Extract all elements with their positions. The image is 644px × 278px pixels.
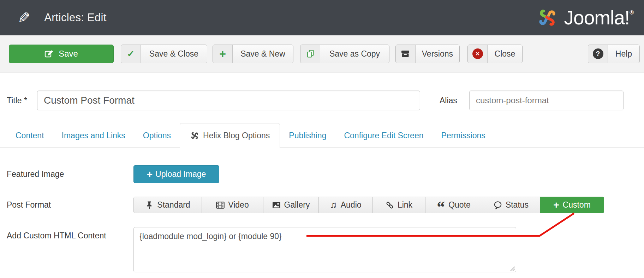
save-and-close-button[interactable]: ✓ Save & Close (121, 45, 207, 63)
title-input[interactable] (37, 91, 420, 110)
close-label: Close (488, 45, 522, 63)
tab-permissions[interactable]: Permissions (432, 123, 494, 148)
plus-icon: + (147, 169, 153, 179)
versions-button[interactable]: Versions (395, 45, 460, 63)
help-label: Help (608, 45, 639, 63)
save-and-new-label: Save & New (233, 45, 293, 63)
plus-icon: + (213, 45, 233, 63)
alias-input[interactable] (469, 91, 624, 110)
pencil-square-icon (44, 49, 54, 58)
film-icon (216, 202, 225, 209)
custom-html-label: Add Custom HTML Content (7, 231, 106, 241)
joomla-wordmark: Joomla!® (564, 6, 633, 29)
tab-publishing[interactable]: Publishing (280, 123, 335, 148)
help-button[interactable]: ? Help (588, 45, 640, 63)
joomla-knot-icon (536, 6, 559, 29)
post-format-quote-button[interactable]: “ Quote (425, 197, 482, 213)
versions-label: Versions (416, 45, 459, 63)
article-edit-form: Title * Alias Content Images and Links O… (0, 73, 644, 278)
post-format-group: Standard Video Gallery ♫ Audio (133, 197, 604, 213)
plus-icon: + (553, 200, 559, 210)
registered-mark: ® (630, 10, 633, 16)
post-format-audio-button[interactable]: ♫ Audio (318, 197, 373, 213)
upload-image-label: Upload Image (155, 169, 206, 179)
save-label: Save (59, 49, 78, 59)
alias-label: Alias (440, 91, 457, 110)
upload-image-button[interactable]: + Upload Image (133, 165, 219, 183)
post-format-label: Post Format (7, 197, 51, 213)
save-and-close-label: Save & Close (141, 45, 207, 63)
save-as-copy-label: Save as Copy (320, 45, 389, 63)
save-as-copy-button[interactable]: Save as Copy (300, 45, 389, 63)
check-icon: ✓ (121, 45, 141, 63)
save-and-new-button[interactable]: + Save & New (213, 45, 293, 63)
pushpin-icon (145, 201, 154, 209)
tab-content[interactable]: Content (7, 123, 53, 148)
tab-configure-edit-screen[interactable]: Configure Edit Screen (335, 123, 432, 148)
title-label: Title * (7, 91, 27, 110)
chain-link-icon (386, 201, 394, 209)
post-format-custom-button[interactable]: + Custom (540, 197, 604, 213)
post-format-gallery-button[interactable]: Gallery (263, 197, 319, 213)
custom-html-textarea[interactable]: {loadmodule mod_login} or {module 90} (133, 227, 516, 272)
post-format-video-button[interactable]: Video (202, 197, 263, 213)
page-title: Articles: Edit (44, 11, 106, 24)
joomla-logo: Joomla!® (536, 6, 633, 29)
toolbar: Save ✓ Save & Close + Save & New Save as… (0, 35, 644, 73)
archive-icon (396, 45, 416, 63)
cancel-circle-icon: × (468, 45, 488, 63)
post-format-status-button[interactable]: Status (482, 197, 540, 213)
speech-bubble-icon (494, 201, 502, 209)
image-icon (272, 202, 281, 209)
joomla-knot-icon (190, 131, 199, 140)
edit-pencil-icon: ✎ (18, 9, 30, 27)
tab-images-and-links[interactable]: Images and Links (53, 123, 134, 148)
featured-image-label: Featured Image (7, 165, 64, 183)
post-format-link-button[interactable]: Link (372, 197, 425, 213)
music-note-icon: ♫ (330, 200, 337, 210)
tab-options[interactable]: Options (134, 123, 180, 148)
tab-helix-label: Helix Blog Options (203, 131, 270, 140)
close-button[interactable]: × Close (467, 45, 523, 63)
tab-helix-blog-options[interactable]: Helix Blog Options (180, 123, 280, 148)
tab-bar: Content Images and Links Options Helix B… (7, 123, 494, 148)
quote-icon: “ (437, 204, 445, 211)
post-format-standard-button[interactable]: Standard (133, 197, 202, 213)
textarea-resize-handle[interactable] (508, 265, 515, 272)
question-circle-icon: ? (588, 45, 608, 63)
save-button[interactable]: Save (9, 45, 114, 63)
app-header: ✎ Articles: Edit Joomla!® (0, 0, 644, 35)
copy-icon (300, 45, 320, 63)
